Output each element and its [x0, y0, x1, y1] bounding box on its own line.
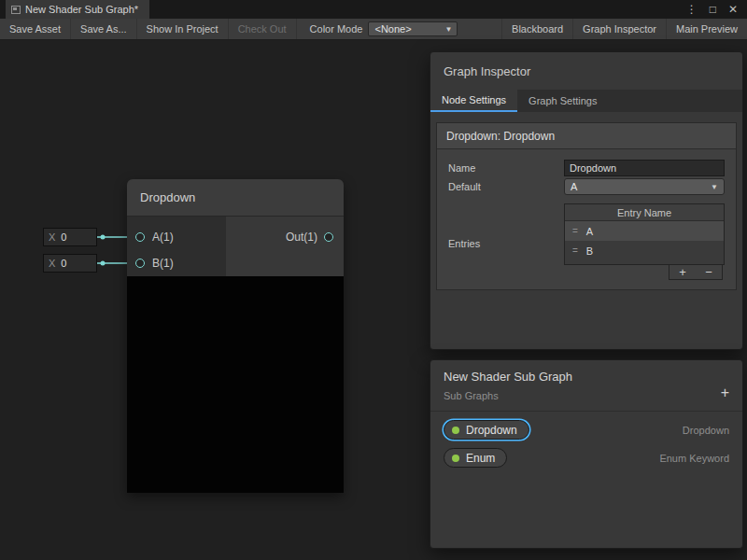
remove-entry-button[interactable]: − — [705, 266, 712, 279]
node-settings-section: Dropdown: Dropdown Name Dropdown Default… — [436, 122, 737, 290]
blackboard-header: New Shader Sub Graph Sub Graphs + — [430, 360, 742, 412]
default-label: Default — [448, 181, 481, 192]
output-port-out[interactable] — [324, 232, 333, 242]
node-title[interactable]: Dropdown — [127, 179, 344, 217]
section-title: Dropdown: Dropdown — [437, 123, 736, 149]
keyword-dot-icon — [452, 455, 459, 462]
blackboard-panel: New Shader Sub Graph Sub Graphs + Dropdo… — [430, 359, 743, 549]
section-body: Name Dropdown Default A ▼ Entries Entry … — [437, 149, 736, 289]
toolbar-right-group: Blackboard Graph Inspector Main Preview — [501, 19, 747, 39]
blackboard-row: Enum Enum Keyword — [430, 448, 742, 468]
dropdown-node[interactable]: Dropdown A(1) B(1) Out(1) — [127, 179, 344, 493]
close-icon[interactable]: ✕ — [728, 3, 738, 16]
property-pill-dropdown[interactable]: Dropdown — [444, 420, 529, 440]
window-controls: ⋮ □ ✕ — [686, 0, 747, 19]
color-mode-value: <None> — [374, 23, 411, 35]
color-mode-dropdown[interactable]: <None> ▼ — [368, 21, 458, 36]
entry-row[interactable]: = A — [565, 221, 724, 241]
add-property-button[interactable]: + — [721, 385, 729, 401]
output-port-label: Out(1) — [286, 231, 317, 244]
property-pill-label: Enum — [466, 452, 495, 465]
show-in-project-button[interactable]: Show In Project — [137, 19, 229, 39]
entry-name: A — [586, 226, 593, 237]
chevron-down-icon: ▼ — [711, 183, 718, 191]
node-body: A(1) B(1) Out(1) — [127, 217, 344, 276]
input-port-b-label: B(1) — [152, 257, 174, 270]
property-type-label: Enum Keyword — [659, 453, 729, 464]
input-port-a-label: A(1) — [152, 231, 174, 244]
axis-label: X — [44, 258, 61, 269]
graph-inspector-panel: Graph Inspector Node Settings Graph Sett… — [430, 51, 743, 350]
inspector-title: Graph Inspector — [430, 52, 742, 90]
blackboard-subtitle: Sub Graphs — [444, 390, 729, 401]
window-titlebar: New Shader Sub Graph* ⋮ □ ✕ — [0, 0, 747, 19]
blackboard-row: Dropdown Dropdown — [430, 420, 742, 440]
keyword-dot-icon — [452, 427, 459, 434]
property-pill-label: Dropdown — [466, 424, 517, 437]
slot-b-value-field[interactable]: X 0 — [43, 254, 97, 273]
entries-label: Entries — [448, 238, 480, 249]
input-port-a[interactable] — [135, 232, 145, 242]
color-mode-label: Color Mode — [297, 23, 369, 35]
blackboard-title: New Shader Sub Graph — [444, 370, 729, 384]
entry-name: B — [586, 245, 593, 257]
save-asset-button[interactable]: Save Asset — [0, 19, 71, 39]
shader-graph-icon — [11, 6, 21, 14]
default-value: A — [571, 181, 577, 192]
entry-row[interactable]: = B — [565, 241, 724, 260]
name-input[interactable]: Dropdown — [564, 160, 725, 176]
check-out-button: Check Out — [229, 19, 297, 39]
entries-list-footer: + − — [669, 265, 723, 280]
entries-list-header: Entry Name — [565, 204, 724, 221]
chevron-down-icon: ▼ — [445, 25, 453, 34]
property-pill-enum[interactable]: Enum — [444, 448, 507, 468]
drag-handle-icon[interactable]: = — [572, 226, 578, 236]
inspector-tabbar: Node Settings Graph Settings — [430, 90, 742, 112]
default-dropdown[interactable]: A ▼ — [564, 178, 725, 195]
slot-a-value-field[interactable]: X 0 — [43, 228, 97, 246]
graph-inspector-toggle-button[interactable]: Graph Inspector — [572, 19, 666, 39]
slot-b-value: 0 — [61, 258, 66, 269]
input-port-b[interactable] — [135, 259, 145, 268]
maximize-icon[interactable]: □ — [710, 3, 716, 16]
drag-handle-icon[interactable]: = — [572, 245, 578, 256]
tab-graph-settings[interactable]: Graph Settings — [517, 90, 608, 112]
entries-list: Entry Name = A = B — [564, 203, 725, 265]
document-tab[interactable]: New Shader Sub Graph* — [6, 0, 149, 19]
node-preview — [127, 276, 344, 493]
save-as-button[interactable]: Save As... — [71, 19, 137, 39]
blackboard-toggle-button[interactable]: Blackboard — [501, 19, 572, 39]
tab-node-settings[interactable]: Node Settings — [430, 90, 517, 112]
node-output-area — [226, 217, 344, 276]
add-entry-button[interactable]: + — [679, 266, 686, 279]
property-type-label: Dropdown — [683, 425, 729, 436]
tab-title: New Shader Sub Graph* — [25, 4, 138, 15]
slot-a-value: 0 — [61, 231, 66, 243]
main-preview-toggle-button[interactable]: Main Preview — [666, 19, 747, 39]
name-label: Name — [448, 162, 475, 174]
menu-icon[interactable]: ⋮ — [686, 3, 698, 16]
axis-label: X — [44, 231, 61, 243]
shader-graph-toolbar: Save Asset Save As... Show In Project Ch… — [0, 19, 747, 40]
